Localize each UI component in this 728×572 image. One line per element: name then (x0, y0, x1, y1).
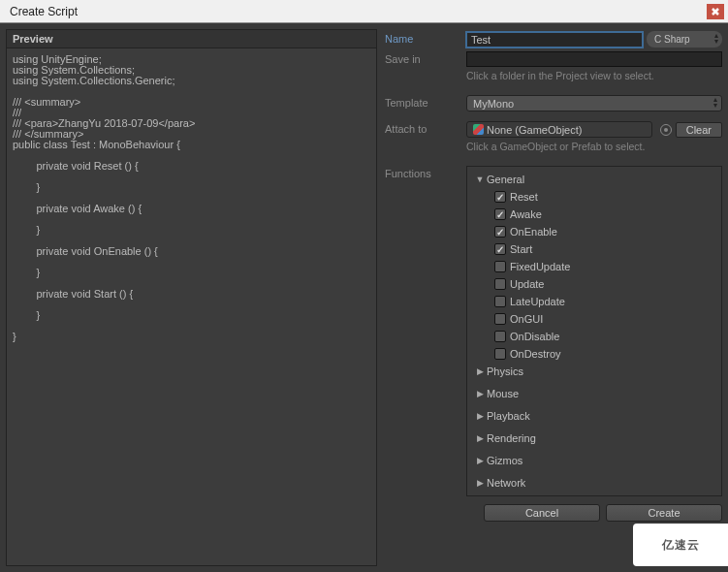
function-group-label: Physics (487, 365, 523, 377)
function-group-physics[interactable]: ▶Physics (475, 363, 719, 380)
dropdown-icon (713, 97, 717, 109)
function-checkbox-onenable[interactable]: OnEnable (489, 223, 719, 240)
function-group-rendering[interactable]: ▶Rendering (475, 429, 719, 447)
function-group-label: Mouse (487, 388, 519, 399)
function-label: Reset (510, 191, 538, 203)
savein-hint: Click a folder in the Project view to se… (466, 69, 722, 87)
function-checkbox-ondestroy[interactable]: OnDestroy (489, 345, 719, 363)
function-group-label: Playback (487, 410, 530, 422)
foldout-closed-icon: ▶ (475, 478, 485, 488)
preview-panel: Preview using UnityEngine; using System.… (6, 29, 377, 566)
attach-value: None (GameObject) (487, 124, 582, 136)
function-group-gizmos[interactable]: ▶Gizmos (475, 452, 719, 469)
function-group-label: Network (487, 477, 525, 489)
function-label: OnDestroy (510, 348, 561, 360)
titlebar: Create Script (0, 0, 728, 23)
foldout-closed-icon: ▶ (475, 389, 485, 398)
foldout-closed-icon: ▶ (475, 411, 485, 421)
checkbox-icon (494, 261, 506, 272)
function-label: Start (510, 243, 532, 255)
language-select[interactable]: C Sharp (647, 31, 722, 48)
code-preview: using UnityEngine; using System.Collecti… (7, 48, 376, 565)
foldout-open-icon: ▼ (475, 175, 485, 184)
template-label: Template (383, 93, 466, 113)
function-checkbox-reset[interactable]: Reset (489, 188, 719, 206)
function-label: OnGUI (510, 313, 543, 325)
name-label: Name (383, 29, 466, 49)
clear-button[interactable]: Clear (676, 122, 722, 138)
checkbox-icon (494, 226, 506, 238)
checkbox-icon (494, 243, 506, 255)
foldout-closed-icon: ▶ (475, 433, 485, 443)
checkbox-icon (494, 296, 506, 307)
attach-object-field[interactable]: None (GameObject) (466, 121, 652, 138)
close-button[interactable] (707, 4, 724, 19)
function-label: FixedUpdate (510, 261, 570, 272)
function-checkbox-start[interactable]: Start (489, 240, 719, 258)
function-checkbox-ongui[interactable]: OnGUI (489, 310, 719, 328)
function-label: OnDisable (510, 331, 559, 342)
function-group-general[interactable]: ▼General (475, 171, 719, 188)
cancel-button[interactable]: Cancel (484, 504, 600, 522)
function-checkbox-fixedupdate[interactable]: FixedUpdate (489, 258, 719, 275)
template-select[interactable]: MyMono (466, 95, 722, 111)
gameobject-icon (473, 124, 484, 135)
attach-hint: Click a GameObject or Prefab to select. (466, 140, 722, 158)
functions-label: Functions (383, 164, 466, 496)
function-label: OnEnable (510, 226, 557, 238)
object-picker-icon[interactable] (660, 124, 672, 136)
checkbox-icon (494, 331, 506, 342)
function-group-network[interactable]: ▶Network (475, 474, 719, 492)
language-value: C Sharp (654, 34, 690, 45)
function-group-playback[interactable]: ▶Playback (475, 407, 719, 425)
savein-input[interactable] (466, 51, 722, 67)
function-group-label: General (487, 174, 524, 185)
checkbox-icon (494, 348, 506, 360)
dropdown-icon (714, 33, 718, 45)
function-label: Update (510, 278, 544, 290)
function-checkbox-lateupdate[interactable]: LateUpdate (489, 293, 719, 310)
function-group-label: Rendering (487, 432, 536, 444)
savein-label: Save in (383, 49, 466, 69)
foldout-closed-icon: ▶ (475, 456, 485, 465)
create-button[interactable]: Create (606, 504, 722, 522)
watermark: 亿速云 (633, 524, 728, 566)
checkbox-icon (494, 278, 506, 290)
function-label: Awake (510, 208, 542, 220)
attach-label: Attach to (383, 119, 466, 140)
watermark-text: 亿速云 (662, 537, 700, 554)
function-label: LateUpdate (510, 296, 565, 307)
function-checkbox-ondisable[interactable]: OnDisable (489, 328, 719, 345)
name-input[interactable] (466, 32, 643, 48)
function-checkbox-update[interactable]: Update (489, 275, 719, 293)
function-group-label: Gizmos (487, 455, 522, 466)
window-title: Create Script (10, 5, 78, 18)
preview-header: Preview (7, 30, 376, 48)
template-value: MyMono (473, 98, 514, 110)
checkbox-icon (494, 208, 506, 220)
function-checkbox-awake[interactable]: Awake (489, 206, 719, 223)
checkbox-icon (494, 313, 506, 325)
foldout-closed-icon: ▶ (475, 366, 485, 376)
functions-panel: ▼GeneralResetAwakeOnEnableStartFixedUpda… (466, 166, 722, 496)
function-group-mouse[interactable]: ▶Mouse (475, 385, 719, 402)
checkbox-icon (494, 191, 506, 203)
